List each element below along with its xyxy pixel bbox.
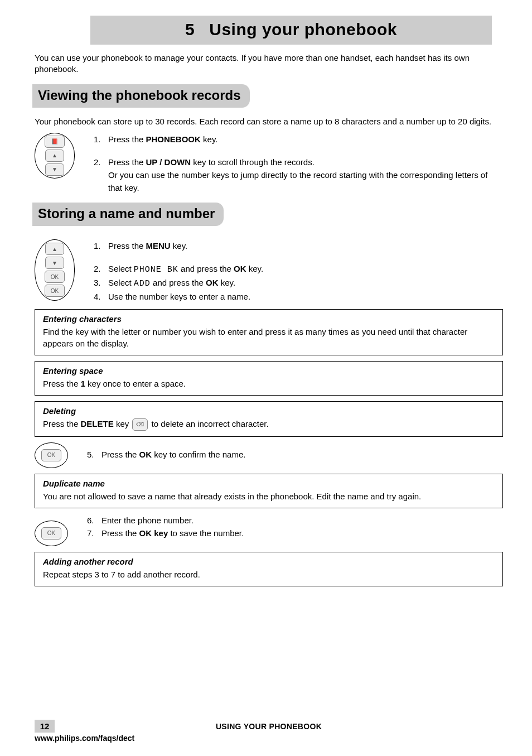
ok-key-icon: OK bbox=[41, 449, 61, 461]
step-text: key to confirm the name. bbox=[152, 450, 245, 459]
note-body: Repeat steps 3 to 7 to add another recor… bbox=[43, 569, 495, 580]
step-1-storing: 1. Press the MENU key. bbox=[94, 239, 503, 252]
chapter-number: 5 bbox=[185, 20, 195, 38]
key-bubble-phonebook-updown: 📕 ▲ ▼ bbox=[35, 133, 75, 179]
step-1-viewing: 1. Press the PHONEBOOK key. bbox=[94, 133, 503, 146]
step-text: Enter the phone number. bbox=[101, 514, 503, 527]
step-6-storing: 6. Enter the phone number. bbox=[87, 514, 503, 527]
key-bubble-ok: OK bbox=[35, 521, 68, 546]
step-text: key. bbox=[219, 278, 236, 287]
step-67-group: OK 6. Enter the phone number. 7. Press t… bbox=[35, 514, 503, 546]
step-text: Press the bbox=[108, 134, 146, 144]
step-text: key. bbox=[201, 134, 218, 144]
step-num: 1. bbox=[94, 133, 108, 146]
phonebook-key-icon: 📕 bbox=[45, 136, 65, 148]
note-title: Deleting bbox=[43, 405, 495, 417]
step-num: 7. bbox=[87, 527, 101, 540]
note-body: Find the key with the letter or number y… bbox=[43, 326, 495, 349]
step-group-viewing: 📕 ▲ ▼ 1. Press the PHONEBOOK key. 2. Pre… bbox=[35, 133, 503, 195]
note-text: key once to enter a space. bbox=[85, 379, 186, 388]
step-bold: OK bbox=[234, 264, 246, 273]
note-duplicate-name: Duplicate name You are not allowed to sa… bbox=[35, 474, 503, 508]
menu-down-key-icon: ▼ bbox=[45, 257, 64, 269]
step-text: and press the bbox=[151, 278, 206, 287]
note-text: Press the bbox=[43, 379, 81, 388]
note-body: Press the DELETE key ⌫ to delete an inco… bbox=[43, 418, 495, 431]
step-text: Press the bbox=[101, 450, 139, 459]
step-bold: UP / DOWN bbox=[146, 157, 191, 167]
note-text: to delete an incorrect character. bbox=[149, 419, 268, 428]
step-bold: MENU bbox=[146, 241, 171, 251]
chapter-intro: You can use your phonebook to manage you… bbox=[35, 52, 503, 75]
note-body: Press the 1 key once to enter a space. bbox=[43, 378, 495, 389]
step-num: 3. bbox=[94, 276, 108, 290]
step-num: 2. bbox=[94, 262, 108, 276]
note-deleting: Deleting Press the DELETE key ⌫ to delet… bbox=[35, 401, 503, 437]
delete-key-icon: ⌫ bbox=[132, 418, 148, 431]
step-num: 2. bbox=[94, 156, 108, 168]
note-title: Duplicate name bbox=[43, 478, 495, 489]
step-text: key to scroll through the records. bbox=[191, 157, 315, 167]
step-group-storing-1: ▲ ▼ OK OK 1. Press the MENU key. 2. Sele… bbox=[35, 239, 503, 304]
note-text: Press the bbox=[43, 419, 81, 428]
step-text: Select bbox=[108, 264, 134, 273]
note-body: You are not allowed to save a name that … bbox=[43, 490, 495, 502]
step-text: to save the number. bbox=[168, 528, 244, 538]
step-text: Press the bbox=[108, 241, 146, 251]
step-2-viewing: 2. Press the UP / DOWN key to scroll thr… bbox=[94, 156, 503, 168]
step-bold: OK bbox=[206, 278, 219, 287]
step-text: key. bbox=[171, 241, 188, 251]
ok-key-icon: OK bbox=[41, 527, 61, 540]
lcd-text: ADD bbox=[134, 279, 151, 288]
step-bold: OK key bbox=[139, 528, 168, 538]
ok-key-icon: OK bbox=[45, 271, 65, 283]
note-text: key bbox=[114, 419, 132, 428]
step-num: 1. bbox=[94, 239, 108, 252]
note-bold: 1 bbox=[81, 379, 85, 388]
ok-key-icon: OK bbox=[45, 285, 65, 297]
step-bold: PHONEBOOK bbox=[146, 134, 201, 144]
step-num: 5. bbox=[87, 448, 101, 461]
menu-up-key-icon: ▲ bbox=[45, 243, 64, 255]
note-entering-characters: Entering characters Find the key with th… bbox=[35, 309, 503, 355]
note-adding-another: Adding another record Repeat steps 3 to … bbox=[35, 552, 503, 586]
step-continuation-viewing: Or you can use the number keys to jump d… bbox=[108, 168, 503, 195]
step-4-storing: 4. Use the number keys to enter a name. bbox=[94, 290, 503, 303]
step-text: Press the bbox=[108, 157, 146, 167]
step-text: key. bbox=[246, 264, 264, 273]
section-heading-viewing: Viewing the phonebook records bbox=[32, 84, 250, 108]
section-intro-viewing: Your phonebook can store up to 30 record… bbox=[35, 115, 503, 127]
chapter-title: Using your phonebook bbox=[209, 20, 397, 38]
step-num: 4. bbox=[94, 290, 108, 303]
note-entering-space: Entering space Press the 1 key once to e… bbox=[35, 361, 503, 396]
footer-url: www.philips.com/faqs/dect bbox=[35, 734, 503, 743]
lcd-text: PHONE BK bbox=[134, 265, 178, 275]
step-text: Press the bbox=[101, 528, 139, 538]
step-text: Select bbox=[108, 278, 134, 287]
step-bold: OK bbox=[139, 450, 152, 459]
footer-center-text: USING YOUR PHONEBOOK bbox=[55, 722, 483, 731]
step-text: and press the bbox=[178, 264, 234, 273]
step-5-storing: 5. Press the OK key to confirm the name. bbox=[87, 448, 503, 461]
key-bubble-menu-ok: ▲ ▼ OK OK bbox=[35, 239, 75, 301]
note-title: Entering space bbox=[43, 365, 495, 377]
step-3-storing: 3. Select ADD and press the OK key. bbox=[94, 276, 503, 290]
note-bold: DELETE bbox=[81, 419, 114, 428]
section-heading-storing: Storing a name and number bbox=[32, 203, 224, 226]
menu-down-key-icon: ▼ bbox=[45, 163, 64, 176]
page-footer: 12 USING YOUR PHONEBOOK www.philips.com/… bbox=[0, 720, 532, 743]
note-title: Adding another record bbox=[43, 556, 495, 567]
note-title: Entering characters bbox=[43, 313, 495, 325]
step-text: Use the number keys to enter a name. bbox=[108, 290, 503, 303]
page-number: 12 bbox=[35, 720, 55, 733]
chapter-header: 5 Using your phonebook bbox=[90, 16, 492, 45]
step-2-storing: 2. Select PHONE BK and press the OK key. bbox=[94, 262, 503, 276]
step-7-storing: 7. Press the OK key to save the number. bbox=[87, 527, 503, 540]
key-bubble-ok: OK bbox=[35, 442, 68, 468]
step-5-group: OK 5. Press the OK key to confirm the na… bbox=[35, 442, 503, 468]
step-num: 6. bbox=[87, 514, 101, 527]
menu-up-key-icon: ▲ bbox=[45, 150, 64, 162]
